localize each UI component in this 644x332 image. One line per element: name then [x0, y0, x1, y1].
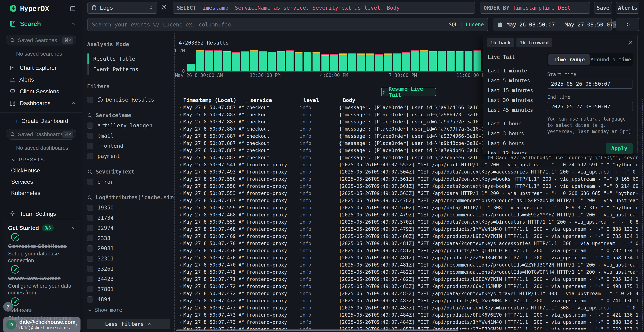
alerts-button[interactable]: Alerts	[616, 2, 639, 14]
checkbox[interactable]	[87, 246, 93, 252]
row-expand-chevron[interactable]: ›	[179, 212, 183, 218]
get-started-item[interactable]: Create Data SourcesConfigure where your …	[8, 264, 75, 296]
apply-button[interactable]: Apply	[606, 143, 633, 154]
histogram-bar[interactable]	[393, 49, 401, 71]
checkbox[interactable]	[87, 296, 93, 302]
histogram-bar[interactable]	[384, 49, 392, 71]
row-expand-chevron[interactable]: ›	[179, 133, 183, 139]
histogram-bar[interactable]	[411, 49, 419, 71]
table-row[interactable]: ›May 27 8:50:07.470 AMfrontend-proxyinfo…	[176, 247, 644, 254]
filter-checkbox-item[interactable]: frontend	[87, 143, 170, 149]
column-resize-handle[interactable]	[339, 98, 340, 102]
histogram-bar[interactable]	[304, 49, 312, 71]
table-row[interactable]: ›May 27 8:50:07.493 AMfrontend-proxyinfo…	[176, 168, 644, 175]
time-preset-last-45-minutes[interactable]: Last 45 minutes	[483, 105, 542, 115]
checkbox[interactable]	[87, 153, 93, 159]
histogram-bar[interactable]	[447, 49, 454, 71]
tab-around-a-time[interactable]: Around a time	[590, 54, 632, 65]
filter-checkbox-item[interactable]: email	[87, 132, 170, 139]
saved-dashboards-field[interactable]	[18, 131, 62, 138]
denoise-results-toggle[interactable]: Denoise Results	[87, 96, 170, 103]
table-row[interactable]: ›May 27 8:50:07.887 AMcheckoutinfo{"mess…	[176, 154, 644, 161]
search-input[interactable]	[92, 22, 449, 28]
column-resize-handle[interactable]	[246, 98, 247, 102]
row-expand-chevron[interactable]: ›	[179, 290, 183, 296]
lang-sql-toggle[interactable]: SQL	[449, 22, 458, 28]
table-row[interactable]: ›May 27 8:50:07.550 AMfrontend-proxyinfo…	[176, 182, 644, 190]
row-expand-chevron[interactable]: ›	[179, 162, 183, 168]
row-expand-chevron[interactable]: ›	[179, 104, 183, 110]
row-expand-chevron[interactable]: ›	[179, 154, 183, 161]
filter-checkbox-item[interactable]: 21734	[87, 215, 170, 221]
filter-checkbox-item[interactable]: error	[87, 179, 170, 185]
filter-checkbox-item[interactable]: 29081	[87, 245, 170, 252]
column-header-level[interactable]: level	[300, 97, 339, 103]
table-row[interactable]: ›May 27 8:50:07.471 AMfrontend-proxyinfo…	[176, 268, 644, 276]
analysis-mode-event-patterns[interactable]: Event Patterns	[88, 64, 170, 74]
histogram-bar[interactable]	[366, 49, 374, 71]
row-expand-chevron[interactable]: ›	[179, 262, 183, 268]
panel-resize-divider[interactable]	[174, 33, 174, 332]
filter-checkbox-item[interactable]: artillery-loadgen	[87, 122, 170, 128]
table-row[interactable]: ›May 27 8:50:07.472 AMfrontend-proxyinfo…	[176, 297, 644, 304]
row-expand-chevron[interactable]: ›	[179, 219, 183, 225]
row-expand-chevron[interactable]: ›	[179, 112, 183, 118]
end-time-input[interactable]	[551, 104, 629, 110]
row-expand-chevron[interactable]: ›	[179, 312, 183, 318]
filter-checkbox-item[interactable]: 22974	[87, 225, 170, 231]
table-row[interactable]: ›May 27 8:50:07.473 AMfrontend-proxyinfo…	[176, 318, 644, 326]
sidebar-preset-kubernetes[interactable]: Kubernetes	[11, 190, 82, 196]
filter-checkbox-item[interactable]: 4894	[87, 296, 170, 302]
presets-toggle[interactable]: PRESETS	[11, 157, 82, 162]
row-expand-chevron[interactable]: ›	[179, 276, 183, 282]
row-expand-chevron[interactable]: ›	[179, 190, 183, 196]
sidebar-preset-clickhouse[interactable]: ClickHouse	[11, 167, 82, 174]
histogram-bar[interactable]	[348, 49, 356, 71]
histogram-bar[interactable]	[205, 49, 213, 71]
table-row[interactable]: ›May 27 8:50:07.550 AMfrontend-proxyinfo…	[176, 175, 644, 182]
histogram-bar[interactable]	[357, 49, 365, 71]
sidebar-item-chart-explorer[interactable]: Chart Explorer	[0, 62, 82, 74]
checkbox[interactable]	[87, 266, 93, 272]
table-row[interactable]: ›May 27 8:50:07.473 AMfrontend-proxyinfo…	[176, 311, 644, 318]
histogram-bar[interactable]	[295, 49, 302, 71]
checkbox[interactable]	[87, 215, 93, 221]
histogram-bar[interactable]	[474, 49, 482, 71]
table-row[interactable]: ›May 27 8:50:07.470 AMfrontend-proxyinfo…	[176, 261, 644, 268]
chevron-up-icon[interactable]	[71, 100, 76, 106]
run-query-button[interactable]	[616, 18, 639, 31]
row-expand-chevron[interactable]: ›	[179, 176, 183, 182]
saved-searches-input[interactable]: ⌘K	[6, 35, 76, 46]
order-by-input[interactable]: ORDER BY TimestampTime DESC	[480, 2, 590, 14]
end-time-field[interactable]	[547, 102, 633, 111]
histogram-bar[interactable]	[268, 49, 276, 71]
lang-lucene-toggle[interactable]: Lucene	[466, 22, 484, 28]
filter-checkbox-item[interactable]: 33261	[87, 266, 170, 272]
table-row[interactable]: ›May 27 8:50:07.470 AMfrontend-proxyinfo…	[176, 254, 644, 261]
save-button[interactable]: Save	[594, 2, 612, 14]
sidebar-item-team-settings[interactable]: Team Settings	[0, 208, 82, 220]
checkbox[interactable]	[87, 133, 93, 139]
histogram-bar[interactable]	[402, 49, 410, 71]
select-query-input[interactable]: SELECT Timestamp, ServiceName as service…	[173, 2, 475, 14]
histogram-bar[interactable]	[286, 49, 294, 71]
get-started-header[interactable]: Get Started 3/3	[8, 224, 75, 232]
table-row[interactable]: ›May 27 8:50:07.472 AMfrontend-proxyinfo…	[176, 283, 644, 290]
create-dashboard-button[interactable]: + Create Dashboard	[15, 118, 82, 124]
time-preset-last-5-minutes[interactable]: Last 5 minutes	[483, 76, 542, 86]
forward-1h-button[interactable]: 1h forward	[516, 38, 552, 47]
row-expand-chevron[interactable]: ›	[179, 169, 183, 175]
time-preset-last-3-hours[interactable]: Last 3 hours	[483, 128, 542, 138]
histogram-bar[interactable]	[375, 49, 383, 71]
table-row[interactable]: ›May 27 8:50:07.469 AMfrontend-proxyinfo…	[176, 232, 644, 240]
saved-dashboards-input[interactable]: ⌘K	[6, 129, 76, 140]
time-preset-last-1-minute[interactable]: Last 1 minute	[483, 66, 542, 76]
row-expand-chevron[interactable]: ›	[179, 233, 183, 239]
table-scrollbar-vertical[interactable]	[642, 99, 642, 330]
get-started-item[interactable]: Connect to ClickHouseSet up your databas…	[8, 232, 75, 264]
row-expand-chevron[interactable]: ›	[179, 248, 183, 254]
row-expand-chevron[interactable]: ›	[179, 140, 183, 146]
histogram-bar[interactable]	[196, 49, 204, 71]
row-expand-chevron[interactable]: ›	[179, 118, 183, 125]
table-row[interactable]: ›May 27 8:50:07.541 AMfrontend-proxyinfo…	[176, 161, 644, 168]
